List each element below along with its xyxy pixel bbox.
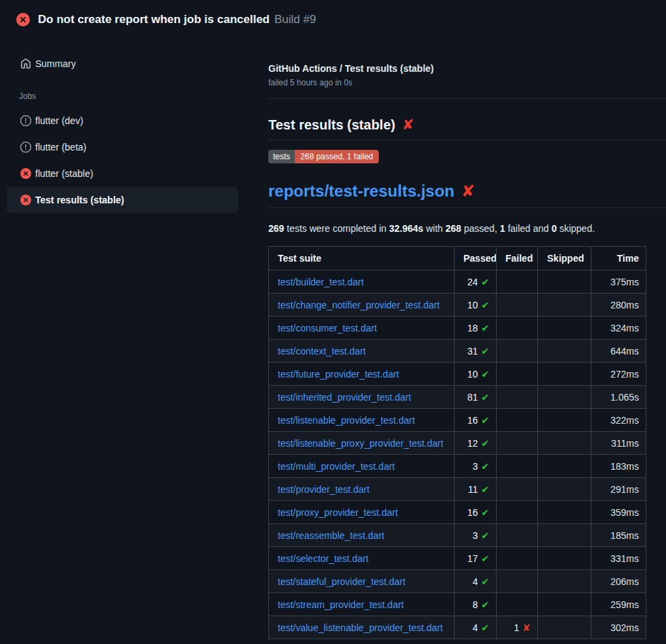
suite-link[interactable]: test/listenable_proxy_provider_test.dart (278, 438, 443, 449)
suite-cell: test/change_notifier_provider_test.dart (269, 294, 455, 317)
suite-link[interactable]: test/value_listenable_provider_test.dart (278, 622, 443, 633)
suite-link[interactable]: test/listenable_provider_test.dart (278, 415, 415, 426)
skipped-cell (538, 547, 591, 570)
failed-cell: 1✘ (497, 616, 538, 639)
skipped-cell (538, 616, 591, 639)
sidebar-item-summary[interactable]: Summary (0, 54, 257, 73)
column-header-time: Time (591, 247, 646, 270)
passed-cell: 18✔ (455, 317, 497, 340)
suite-link[interactable]: test/stream_provider_test.dart (278, 599, 404, 610)
page-title: Do not create report when job is cancell… (38, 13, 270, 26)
table-header-row: Test suitePassedFailedSkippedTime (269, 247, 646, 270)
duration: 32.964s (389, 223, 423, 234)
failed-count: 1 (500, 223, 505, 234)
sidebar-job-flutter-dev-[interactable]: flutter (dev) (7, 108, 238, 134)
table-row: test/selector_test.dart17✔331ms (269, 547, 646, 570)
suite-link[interactable]: test/multi_provider_test.dart (278, 461, 395, 472)
check-icon: ✔ (481, 323, 489, 334)
failed-cell (497, 478, 538, 501)
skipped-cell (538, 593, 591, 616)
suite-link[interactable]: test/reassemble_test.dart (278, 530, 384, 541)
sidebar-job-flutter-stable-[interactable]: flutter (stable) (7, 161, 238, 186)
home-icon (20, 58, 31, 69)
jobs-section-label: Jobs (19, 92, 257, 101)
job-label: flutter (beta) (35, 142, 86, 153)
suite-link[interactable]: test/stateful_provider_test.dart (278, 576, 405, 587)
cross-mark-icon: ✘ (461, 182, 475, 201)
suite-link[interactable]: test/proxy_provider_test.dart (278, 507, 398, 518)
passed-cell: 4✔ (455, 570, 497, 593)
check-icon: ✔ (481, 277, 489, 287)
passed-cell: 3✔ (455, 455, 497, 478)
failed-cell (497, 547, 538, 570)
sidebar-job-test-results-stable-[interactable]: Test results (stable) (7, 187, 238, 213)
check-title: GitHub Actions / Test results (stable) (268, 63, 666, 74)
time-cell: 322ms (591, 409, 646, 432)
check-icon: ✔ (481, 484, 489, 495)
passed-cell: 3✔ (455, 524, 497, 547)
passed-cell: 11✔ (455, 478, 497, 501)
report-heading: reports/test-results.json ✘ (268, 182, 666, 208)
check-icon: ✔ (481, 392, 489, 403)
suite-link[interactable]: test/future_provider_test.dart (278, 369, 399, 380)
table-row: test/provider_test.dart11✔291ms (269, 478, 646, 501)
stop-icon (20, 115, 31, 126)
table-row: test/stateful_provider_test.dart4✔206ms (269, 570, 646, 593)
check-icon: ✔ (481, 415, 489, 426)
skipped-cell (538, 409, 591, 432)
time-cell: 259ms (591, 593, 646, 616)
check-icon: ✔ (481, 507, 489, 518)
build-number: Build #9 (274, 13, 316, 26)
suite-link[interactable]: test/selector_test.dart (278, 553, 369, 564)
table-row: test/listenable_proxy_provider_test.dart… (269, 432, 646, 455)
table-row: test/reassemble_test.dart3✔185ms (269, 524, 646, 547)
stop-icon (20, 142, 31, 153)
check-icon: ✔ (481, 300, 489, 310)
check-icon: ✔ (481, 461, 489, 472)
skipped-cell (538, 294, 591, 317)
suite-link[interactable]: test/inherited_provider_test.dart (278, 392, 411, 403)
failed-cell (497, 386, 538, 409)
x-circle-fill-icon (20, 195, 31, 205)
passed-cell: 16✔ (455, 501, 497, 524)
skipped-cell (538, 455, 591, 478)
total-count: 269 (268, 223, 284, 234)
suite-cell: test/listenable_provider_test.dart (269, 409, 455, 432)
suite-cell: test/provider_test.dart (269, 478, 455, 501)
suite-cell: test/value_listenable_provider_test.dart (269, 616, 455, 639)
table-row: test/multi_provider_test.dart3✔183ms (269, 455, 646, 478)
time-cell: 359ms (591, 501, 646, 524)
check-icon: ✔ (481, 599, 489, 610)
suite-link[interactable]: test/change_notifier_provider_test.dart (278, 300, 440, 310)
time-cell: 311ms (591, 432, 646, 455)
suite-cell: test/stream_provider_test.dart (269, 593, 455, 616)
failed-cell (497, 524, 538, 547)
table-row: test/stream_provider_test.dart8✔259ms (269, 593, 646, 616)
time-cell: 272ms (591, 363, 646, 386)
suite-link[interactable]: test/consumer_test.dart (278, 323, 377, 334)
time-cell: 331ms (591, 547, 646, 570)
sidebar-job-flutter-beta-[interactable]: flutter (beta) (7, 134, 238, 160)
summary-label: Summary (35, 58, 76, 69)
time-cell: 375ms (591, 270, 646, 294)
passed-cell: 10✔ (455, 363, 497, 386)
column-header-failed: Failed (497, 247, 538, 270)
suite-link[interactable]: test/builder_test.dart (278, 277, 364, 287)
check-icon: ✔ (481, 553, 489, 564)
time-cell: 185ms (591, 524, 646, 547)
failed-cell (497, 501, 538, 524)
failed-cell (497, 455, 538, 478)
report-file-link[interactable]: reports/test-results.json (268, 182, 455, 201)
result-heading-text: Test results (stable) (268, 117, 395, 133)
job-label: Test results (stable) (35, 195, 124, 205)
skipped-cell (538, 386, 591, 409)
suite-link[interactable]: test/context_test.dart (278, 346, 366, 357)
check-meta: failed 5 hours ago in 0s (268, 78, 666, 87)
result-heading: Test results (stable) ✘ (268, 117, 666, 140)
table-row: test/builder_test.dart24✔375ms (269, 270, 646, 294)
cross-icon: ✘ (522, 622, 530, 633)
passed-cell: 24✔ (455, 270, 497, 294)
suite-cell: test/future_provider_test.dart (269, 363, 455, 386)
skipped-cell (538, 524, 591, 547)
suite-link[interactable]: test/provider_test.dart (278, 484, 369, 495)
